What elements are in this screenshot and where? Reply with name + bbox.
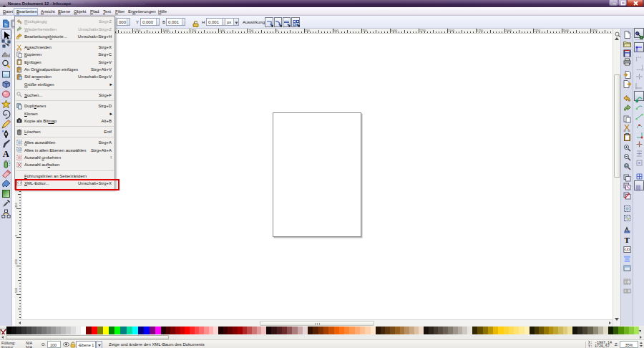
svg-text:A: A	[3, 149, 9, 158]
svg-text:T: T	[625, 236, 630, 243]
